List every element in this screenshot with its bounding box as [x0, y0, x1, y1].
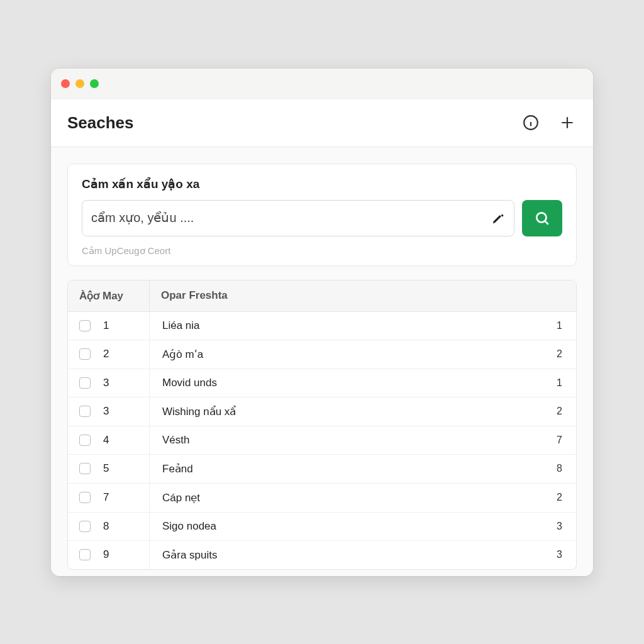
row-index: 9 [103, 548, 109, 561]
edit-icon[interactable] [491, 211, 505, 225]
search-input-wrapper [82, 200, 514, 236]
cell-may: 3 [68, 369, 150, 397]
table-row[interactable]: 9Gảra spuits3 [68, 541, 576, 569]
cell-desc: Cáp nẹt2 [150, 484, 576, 512]
cell-may: 1 [68, 312, 150, 340]
cell-desc: Liéa nia1 [150, 312, 576, 340]
row-count: 7 [557, 435, 562, 446]
table-body: 1Liéa nia12Aǵò mʹa23Movid unds13Wishing … [68, 312, 576, 569]
results-table: Àộơ May Opar Freshta 1Liéa nia12Aǵò mʹa2… [67, 280, 577, 570]
row-desc: Wishing nẩu xẩ [162, 405, 236, 418]
cell-desc: Feảnd8 [150, 455, 576, 483]
row-index: 2 [103, 348, 109, 360]
row-index: 8 [103, 520, 109, 533]
row-checkbox[interactable] [79, 377, 91, 389]
cell-desc: Sigo nodea3 [150, 513, 576, 540]
row-index: 1 [103, 319, 109, 332]
table-header: Àộơ May Opar Freshta [68, 280, 576, 312]
row-desc: Movid unds [162, 377, 217, 389]
cell-may: 5 [68, 455, 150, 483]
table-row[interactable]: 2Aǵò mʹa2 [68, 340, 576, 369]
svg-line-6 [545, 221, 548, 224]
titlebar [51, 69, 593, 99]
row-count: 2 [557, 406, 562, 417]
row-desc: Vésth [162, 434, 189, 447]
row-checkbox[interactable] [79, 435, 91, 446]
minimize-window-button[interactable] [75, 79, 84, 88]
app-window: Seaches Cảm xấn xẩu yậo xa [51, 69, 593, 576]
search-button[interactable] [522, 200, 562, 236]
cell-desc: Vésth7 [150, 426, 576, 454]
content-area: Cảm xấn xẩu yậo xa Cảm UpCeugơ Ceort [51, 147, 593, 576]
maximize-window-button[interactable] [90, 79, 99, 88]
row-index: 7 [103, 491, 109, 504]
add-button[interactable] [558, 113, 577, 132]
row-count: 2 [557, 492, 562, 503]
row-checkbox[interactable] [79, 521, 91, 532]
row-count: 3 [557, 549, 562, 560]
column-header-desc[interactable]: Opar Freshta [150, 280, 576, 311]
close-window-button[interactable] [61, 79, 70, 88]
search-title: Cảm xấn xẩu yậo xa [82, 177, 562, 191]
search-input[interactable] [91, 211, 491, 225]
info-icon [523, 114, 539, 131]
row-desc: Aǵò mʹa [162, 348, 203, 361]
info-button[interactable] [521, 113, 540, 132]
row-desc: Gảra spuits [162, 548, 217, 562]
table-row[interactable]: 3Movid unds1 [68, 369, 576, 397]
table-row[interactable]: 7Cáp nẹt2 [68, 484, 576, 513]
row-index: 3 [103, 405, 109, 418]
row-checkbox[interactable] [79, 406, 91, 417]
cell-desc: Movid unds1 [150, 369, 576, 397]
plus-icon [559, 114, 575, 131]
search-panel: Cảm xấn xẩu yậo xa Cảm UpCeugơ Ceort [67, 164, 577, 266]
page-title: Seaches [67, 113, 134, 133]
header-actions [521, 113, 577, 132]
page-header: Seaches [51, 99, 593, 147]
row-count: 8 [557, 463, 562, 474]
column-header-may[interactable]: Àộơ May [68, 280, 150, 311]
cell-desc: Wishing nẩu xẩ2 [150, 397, 576, 426]
table-row[interactable]: 3Wishing nẩu xẩ2 [68, 397, 576, 426]
table-row[interactable]: 5Feảnd8 [68, 455, 576, 484]
row-index: 4 [103, 434, 109, 447]
cell-may: 7 [68, 484, 150, 512]
row-desc: Sigo nodea [162, 520, 216, 533]
cell-may: 3 [68, 397, 150, 426]
cell-may: 8 [68, 513, 150, 540]
table-row[interactable]: 1Liéa nia1 [68, 312, 576, 340]
row-index: 3 [103, 377, 109, 389]
row-count: 2 [557, 348, 562, 360]
row-count: 3 [557, 521, 562, 532]
row-checkbox[interactable] [79, 463, 91, 474]
search-row [82, 200, 562, 236]
traffic-lights [61, 79, 99, 88]
cell-desc: Gảra spuits3 [150, 541, 576, 569]
table-row[interactable]: 4Vésth7 [68, 426, 576, 455]
row-checkbox[interactable] [79, 320, 91, 331]
row-count: 1 [557, 320, 562, 331]
search-hint: Cảm UpCeugơ Ceort [82, 245, 562, 257]
cell-may: 4 [68, 426, 150, 454]
row-desc: Cáp nẹt [162, 491, 200, 504]
row-count: 1 [557, 377, 562, 389]
row-checkbox[interactable] [79, 492, 91, 503]
row-checkbox[interactable] [79, 348, 91, 360]
cell-may: 2 [68, 340, 150, 369]
search-icon [534, 210, 550, 226]
row-index: 5 [103, 462, 109, 475]
cell-desc: Aǵò mʹa2 [150, 340, 576, 369]
cell-may: 9 [68, 541, 150, 569]
row-checkbox[interactable] [79, 549, 91, 560]
svg-point-5 [536, 213, 546, 222]
row-desc: Liéa nia [162, 319, 200, 332]
row-desc: Feảnd [162, 462, 193, 475]
table-row[interactable]: 8Sigo nodea3 [68, 513, 576, 541]
